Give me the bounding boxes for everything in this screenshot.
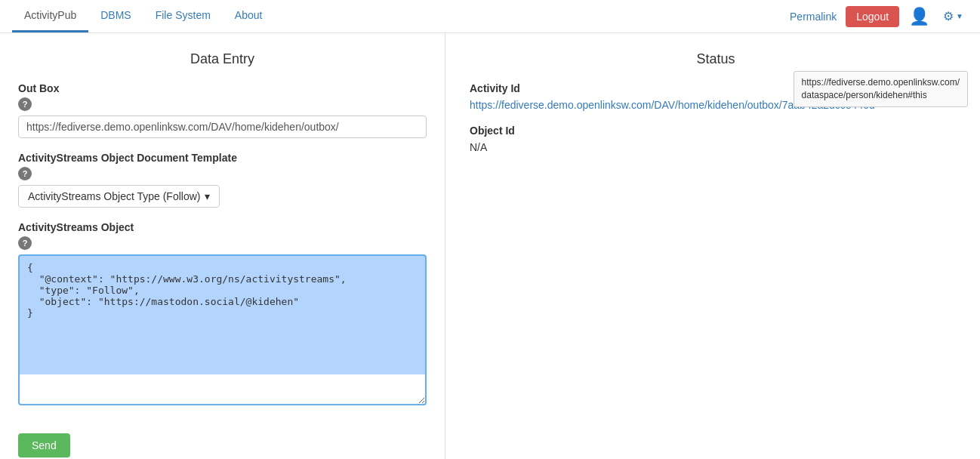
gear-settings-button[interactable]: ⚙ ▼ (938, 6, 968, 26)
object-label: ActivityStreams Object (18, 221, 427, 233)
outbox-help-icon[interactable]: ? (18, 97, 32, 111)
tab-dbms[interactable]: DBMS (88, 0, 143, 32)
template-help-icon[interactable]: ? (18, 167, 32, 180)
template-dropdown-caret: ▾ (205, 190, 210, 202)
outbox-group: Out Box ? (18, 82, 427, 138)
status-title: Status (470, 51, 962, 67)
navbar-right: Permalink Logout 👤 ⚙ ▼ (790, 6, 968, 27)
tab-filesystem[interactable]: File System (143, 0, 223, 32)
object-group: ActivityStreams Object ? (18, 221, 427, 408)
tab-activitypub[interactable]: ActivityPub (12, 0, 88, 32)
template-group: ActivityStreams Object Document Template… (18, 152, 427, 208)
template-dropdown-button[interactable]: ActivityStreams Object Type (Follow) ▾ (18, 185, 220, 208)
nav-tabs: ActivityPub DBMS File System About (12, 0, 274, 32)
user-icon[interactable]: 👤 (908, 6, 929, 27)
navbar: ActivityPub DBMS File System About Perma… (0, 0, 980, 33)
gear-icon: ⚙ (943, 9, 954, 23)
object-textarea[interactable] (18, 254, 427, 405)
permalink-link[interactable]: Permalink (790, 11, 837, 23)
chevron-down-icon: ▼ (956, 12, 963, 20)
object-id-group: Object Id N/A (470, 125, 962, 153)
object-id-value: N/A (470, 141, 962, 153)
template-label: ActivityStreams Object Document Template (18, 152, 427, 164)
url-tooltip: https://fediverse.demo.openlinksw.com/da… (794, 71, 968, 107)
tab-about[interactable]: About (223, 0, 275, 32)
send-button[interactable]: Send (18, 433, 70, 457)
left-panel: Data Entry Out Box ? ActivityStreams Obj… (0, 33, 445, 459)
outbox-input[interactable] (18, 116, 427, 138)
object-id-label: Object Id (470, 125, 962, 137)
outbox-label: Out Box (18, 82, 427, 94)
template-dropdown-label: ActivityStreams Object Type (Follow) (28, 190, 200, 202)
data-entry-title: Data Entry (18, 51, 427, 67)
object-help-icon[interactable]: ? (18, 236, 32, 250)
logout-button[interactable]: Logout (846, 6, 899, 27)
